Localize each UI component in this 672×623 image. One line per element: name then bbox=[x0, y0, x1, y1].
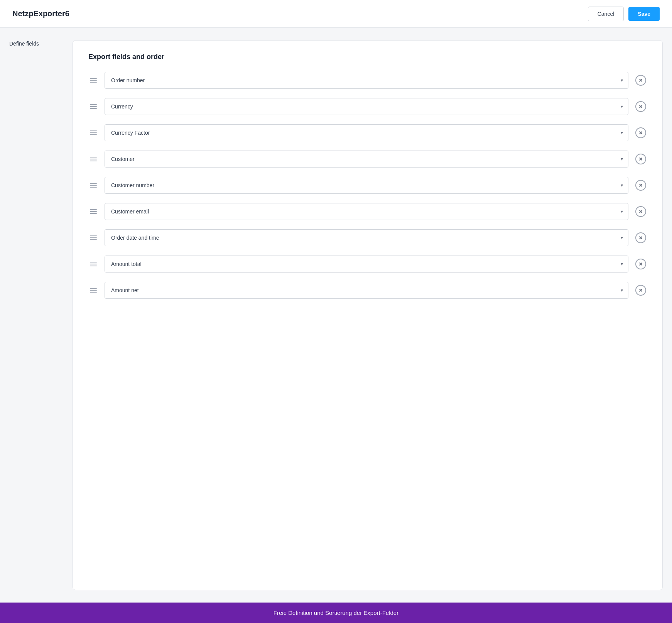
remove-icon-order-date-and-time bbox=[635, 232, 646, 243]
fields-container: Order number Order number Currency Curre… bbox=[88, 72, 647, 299]
drag-handle-order-date-and-time[interactable] bbox=[88, 234, 98, 242]
drag-handle-currency-factor[interactable] bbox=[88, 129, 98, 137]
remove-button-amount-net[interactable] bbox=[635, 284, 647, 296]
field-select-wrapper-amount-net: Amount net Order number Currency Currenc… bbox=[105, 282, 628, 299]
app-title: NetzpExporter6 bbox=[12, 9, 69, 18]
remove-icon-order-number bbox=[635, 75, 646, 86]
field-row: Amount net Order number Currency Currenc… bbox=[88, 282, 647, 299]
field-select-wrapper-order-date-and-time: Order date and time Order number Currenc… bbox=[105, 229, 628, 246]
field-row: Customer Order number Currency Currency … bbox=[88, 151, 647, 168]
panel-title: Export fields and order bbox=[88, 53, 647, 61]
main-panel: Export fields and order Order number Ord… bbox=[73, 40, 663, 590]
field-select-currency[interactable]: Currency Order number Currency Currency … bbox=[105, 98, 628, 115]
drag-handle-customer-email[interactable] bbox=[88, 208, 98, 215]
drag-handle-customer-number[interactable] bbox=[88, 181, 98, 189]
sidebar: Define fields bbox=[9, 40, 63, 590]
remove-button-amount-total[interactable] bbox=[635, 258, 647, 270]
remove-button-customer-number[interactable] bbox=[635, 179, 647, 191]
header-actions: Cancel Save bbox=[588, 7, 660, 21]
field-select-wrapper-customer: Customer Order number Currency Currency … bbox=[105, 151, 628, 168]
field-row: Customer number Order number Currency Cu… bbox=[88, 177, 647, 194]
remove-button-customer-email[interactable] bbox=[635, 205, 647, 218]
field-select-customer-email[interactable]: Customer email Order number Currency Cur… bbox=[105, 203, 628, 220]
field-select-amount-net[interactable]: Amount net Order number Currency Currenc… bbox=[105, 282, 628, 299]
sidebar-label: Define fields bbox=[9, 37, 39, 47]
field-select-currency-factor[interactable]: Currency Factor Order number Currency Cu… bbox=[105, 124, 628, 141]
field-row: Order date and time Order number Currenc… bbox=[88, 229, 647, 246]
field-row: Currency Factor Order number Currency Cu… bbox=[88, 124, 647, 141]
remove-button-currency[interactable] bbox=[635, 100, 647, 113]
field-row: Currency Order number Currency Currency … bbox=[88, 98, 647, 115]
drag-handle-amount-total[interactable] bbox=[88, 260, 98, 268]
field-select-wrapper-currency: Currency Order number Currency Currency … bbox=[105, 98, 628, 115]
field-select-wrapper-currency-factor: Currency Factor Order number Currency Cu… bbox=[105, 124, 628, 141]
save-button[interactable]: Save bbox=[628, 7, 660, 21]
field-select-customer-number[interactable]: Customer number Order number Currency Cu… bbox=[105, 177, 628, 194]
remove-button-customer[interactable] bbox=[635, 153, 647, 165]
field-select-order-number[interactable]: Order number Order number Currency Curre… bbox=[105, 72, 628, 89]
remove-icon-currency-factor bbox=[635, 127, 646, 138]
field-row: Order number Order number Currency Curre… bbox=[88, 72, 647, 89]
field-select-order-date-and-time[interactable]: Order date and time Order number Currenc… bbox=[105, 229, 628, 246]
remove-button-currency-factor[interactable] bbox=[635, 127, 647, 139]
field-select-wrapper-customer-number: Customer number Order number Currency Cu… bbox=[105, 177, 628, 194]
drag-handle-amount-net[interactable] bbox=[88, 286, 98, 294]
remove-icon-customer-number bbox=[635, 180, 646, 191]
remove-button-order-number[interactable] bbox=[635, 74, 647, 86]
field-select-wrapper-amount-total: Amount total Order number Currency Curre… bbox=[105, 256, 628, 273]
drag-handle-order-number[interactable] bbox=[88, 76, 98, 84]
field-select-customer[interactable]: Customer Order number Currency Currency … bbox=[105, 151, 628, 168]
field-select-wrapper-order-number: Order number Order number Currency Curre… bbox=[105, 72, 628, 89]
remove-icon-customer bbox=[635, 154, 646, 164]
cancel-button[interactable]: Cancel bbox=[588, 7, 624, 21]
app-footer: Freie Definition und Sortierung der Expo… bbox=[0, 603, 672, 623]
remove-button-order-date-and-time[interactable] bbox=[635, 232, 647, 244]
app-header: NetzpExporter6 Cancel Save bbox=[0, 0, 672, 28]
drag-handle-customer[interactable] bbox=[88, 155, 98, 163]
remove-icon-amount-net bbox=[635, 285, 646, 296]
footer-text: Freie Definition und Sortierung der Expo… bbox=[274, 609, 398, 616]
remove-icon-amount-total bbox=[635, 259, 646, 269]
field-row: Customer email Order number Currency Cur… bbox=[88, 203, 647, 220]
drag-handle-currency[interactable] bbox=[88, 103, 98, 110]
content-area: Define fields Export fields and order Or… bbox=[0, 28, 672, 603]
remove-icon-currency bbox=[635, 101, 646, 112]
field-select-amount-total[interactable]: Amount total Order number Currency Curre… bbox=[105, 256, 628, 273]
field-select-wrapper-customer-email: Customer email Order number Currency Cur… bbox=[105, 203, 628, 220]
remove-icon-customer-email bbox=[635, 206, 646, 217]
field-row: Amount total Order number Currency Curre… bbox=[88, 256, 647, 273]
